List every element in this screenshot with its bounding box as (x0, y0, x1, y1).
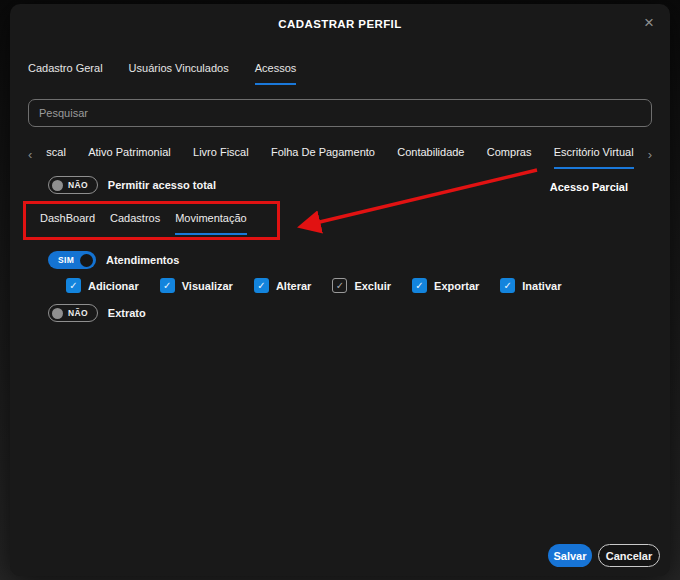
check-icon[interactable]: ✓ (500, 278, 515, 293)
subtab-movimentacao[interactable]: Movimentação (175, 212, 247, 235)
checkbox-inativar[interactable]: ✓ Inativar (500, 278, 561, 293)
toggle-state-label: NÃO (68, 308, 88, 318)
toggle-knob (52, 308, 63, 319)
close-icon[interactable]: × (644, 14, 654, 31)
checkbox-alterar[interactable]: ✓ Alterar (254, 278, 311, 293)
toggle-state-label: SIM (58, 255, 74, 265)
acesso-parcial-label: Acesso Parcial (550, 181, 628, 193)
chevron-right-icon[interactable]: › (648, 146, 652, 162)
atendimentos-row: SIM Atendimentos (48, 251, 179, 269)
checkbox-label: Inativar (522, 280, 561, 292)
subtab-dashboard[interactable]: DashBoard (40, 212, 95, 235)
checkbox-label: Visualizar (182, 280, 233, 292)
module-tab-livro-fiscal[interactable]: Livro Fiscal (193, 146, 249, 169)
tab-usuarios-vinculados[interactable]: Usuários Vinculados (129, 62, 229, 85)
module-tab-strip: ‹ scal Ativo Patrimonial Livro Fiscal Fo… (28, 146, 652, 169)
toggle-state-label: NÃO (68, 180, 88, 190)
permitir-acesso-total-toggle[interactable]: NÃO (48, 176, 98, 194)
module-tab-ativo-patrimonial[interactable]: Ativo Patrimonial (88, 146, 171, 169)
permissions-checkbox-row: ✓ Adicionar ✓ Visualizar ✓ Alterar ✓ Exc… (66, 278, 561, 293)
checkbox-excluir[interactable]: ✓ Excluir (332, 278, 391, 293)
extrato-row: NÃO Extrato (48, 304, 146, 322)
module-tabs: scal Ativo Patrimonial Livro Fiscal Folh… (46, 146, 633, 169)
checkbox-label: Adicionar (88, 280, 139, 292)
sub-tab-bar: DashBoard Cadastros Movimentação (40, 212, 247, 235)
module-tab-folha-de-pagamento[interactable]: Folha De Pagamento (271, 146, 375, 169)
checkbox-visualizar[interactable]: ✓ Visualizar (160, 278, 233, 293)
atendimentos-label: Atendimentos (106, 254, 179, 266)
checkbox-exportar[interactable]: ✓ Exportar (412, 278, 479, 293)
cancel-button[interactable]: Cancelar (598, 544, 660, 567)
module-tab-escritorio-virtual[interactable]: Escritório Virtual (554, 146, 634, 169)
tab-cadastro-geral[interactable]: Cadastro Geral (28, 62, 103, 85)
atendimentos-toggle[interactable]: SIM (48, 251, 96, 269)
module-tab-contabilidade[interactable]: Contabilidade (397, 146, 464, 169)
extrato-toggle[interactable]: NÃO (48, 304, 98, 322)
check-icon[interactable]: ✓ (332, 278, 347, 293)
search-input[interactable] (28, 99, 652, 127)
checkbox-label: Alterar (276, 280, 311, 292)
check-icon[interactable]: ✓ (412, 278, 427, 293)
subtab-cadastros[interactable]: Cadastros (110, 212, 160, 235)
module-tab-fiscal[interactable]: scal (46, 146, 66, 169)
permitir-acesso-total-label: Permitir acesso total (108, 179, 216, 191)
toggle-knob (52, 180, 63, 191)
modal-title: CADASTRAR PERFIL (10, 18, 670, 30)
save-button[interactable]: Salvar (548, 544, 592, 567)
permitir-acesso-total-row: NÃO Permitir acesso total (48, 176, 216, 194)
checkbox-label: Exportar (434, 280, 479, 292)
main-tab-bar: Cadastro Geral Usuários Vinculados Acess… (28, 62, 296, 85)
toggle-knob (80, 254, 93, 267)
check-icon[interactable]: ✓ (66, 278, 81, 293)
tab-acessos[interactable]: Acessos (255, 62, 297, 85)
module-tab-compras[interactable]: Compras (487, 146, 532, 169)
checkbox-label: Excluir (354, 280, 391, 292)
check-icon[interactable]: ✓ (160, 278, 175, 293)
chevron-left-icon[interactable]: ‹ (28, 146, 32, 162)
extrato-label: Extrato (108, 307, 146, 319)
cadastrar-perfil-modal: CADASTRAR PERFIL × Cadastro Geral Usuári… (10, 4, 670, 576)
checkbox-adicionar[interactable]: ✓ Adicionar (66, 278, 139, 293)
check-icon[interactable]: ✓ (254, 278, 269, 293)
